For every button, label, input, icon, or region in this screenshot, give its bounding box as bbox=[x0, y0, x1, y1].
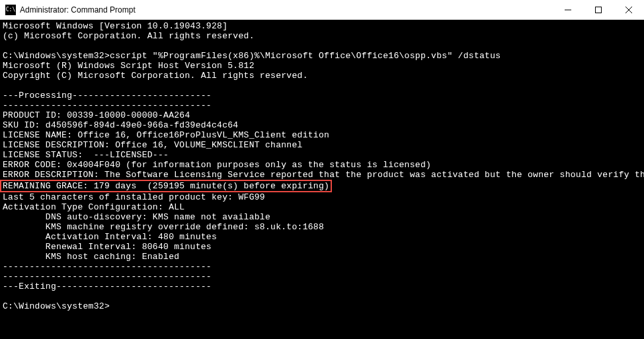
close-button[interactable] bbox=[614, 0, 644, 19]
terminal-line: Activation Interval: 480 minutes bbox=[3, 232, 641, 242]
window-controls bbox=[553, 0, 644, 19]
terminal-line bbox=[3, 291, 641, 301]
terminal-line: DNS auto-discovery: KMS name not availab… bbox=[3, 212, 641, 222]
maximize-button[interactable] bbox=[583, 0, 614, 19]
terminal-line: Microsoft Windows [Version 10.0.19043.92… bbox=[3, 21, 641, 31]
cmd-icon: C:\ bbox=[5, 5, 16, 15]
terminal-line: C:\Windows\system32> bbox=[3, 301, 641, 311]
terminal-line: KMS host caching: Enabled bbox=[3, 252, 641, 262]
terminal-line: ---Exiting----------------------------- bbox=[3, 282, 641, 291]
highlighted-line: REMAINING GRACE: 179 days (259195 minute… bbox=[0, 180, 332, 192]
terminal-line: KMS machine registry override defined: s… bbox=[3, 222, 641, 232]
titlebar: C:\ Administrator: Command Prompt bbox=[0, 0, 644, 20]
close-icon bbox=[625, 7, 632, 13]
terminal-line: Microsoft (R) Windows Script Host Versio… bbox=[3, 61, 641, 71]
svg-rect-1 bbox=[596, 7, 602, 13]
terminal-line: (c) Microsoft Corporation. All rights re… bbox=[3, 31, 641, 41]
terminal-line: ---Processing-------------------------- bbox=[3, 91, 641, 100]
terminal-output[interactable]: Microsoft Windows [Version 10.0.19043.92… bbox=[0, 20, 644, 339]
terminal-line: PRODUCT ID: 00339-10000-00000-AA264 bbox=[3, 110, 641, 120]
terminal-line: Copyright (C) Microsoft Corporation. All… bbox=[3, 71, 641, 81]
terminal-line: --------------------------------------- bbox=[3, 262, 641, 272]
terminal-line: Last 5 characters of installed product k… bbox=[3, 192, 641, 202]
terminal-line: --------------------------------------- bbox=[3, 100, 641, 110]
terminal-line bbox=[3, 41, 641, 51]
terminal-line bbox=[3, 81, 641, 91]
terminal-line: --------------------------------------- bbox=[3, 272, 641, 282]
minimize-icon bbox=[565, 7, 571, 13]
terminal-line: LICENSE DESCRIPTION: Office 16, VOLUME_K… bbox=[3, 140, 641, 150]
terminal-line: LICENSE STATUS: ---LICENSED--- bbox=[3, 150, 641, 160]
terminal-line: REMAINING GRACE: 179 days (259195 minute… bbox=[3, 180, 641, 192]
terminal-line: ERROR CODE: 0x4004F040 (for information … bbox=[3, 160, 641, 170]
maximize-icon bbox=[595, 7, 602, 13]
minimize-button[interactable] bbox=[553, 0, 583, 19]
window-title: Administrator: Command Prompt bbox=[20, 5, 553, 15]
terminal-line: Activation Type Configuration: ALL bbox=[3, 202, 641, 212]
terminal-line: ERROR DESCRIPTION: The Software Licensin… bbox=[3, 170, 641, 180]
terminal-line: C:\Windows\system32>cscript "%ProgramFil… bbox=[3, 51, 641, 61]
terminal-line: SKU ID: d450596f-894d-49e0-966a-fd39ed4c… bbox=[3, 120, 641, 130]
terminal-line: LICENSE NAME: Office 16, Office16ProPlus… bbox=[3, 130, 641, 140]
terminal-line: Renewal Interval: 80640 minutes bbox=[3, 242, 641, 252]
